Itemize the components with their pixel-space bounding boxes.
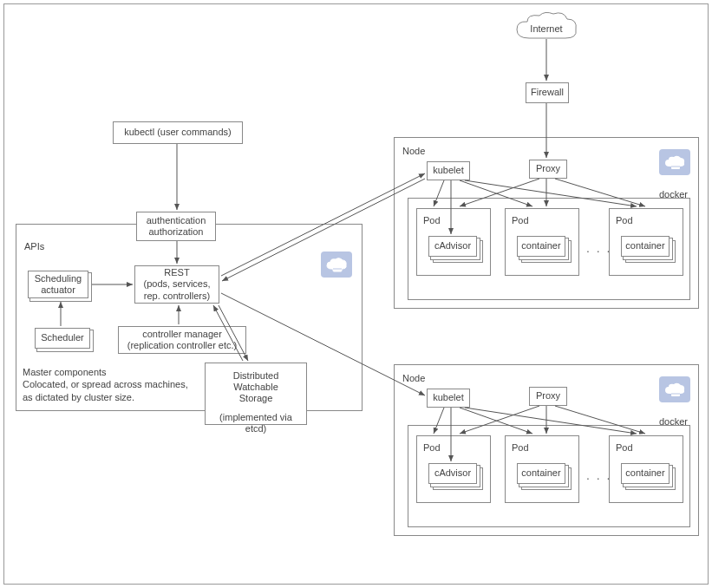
cloud-icon	[321, 252, 352, 278]
apis-label: APIs	[24, 241, 44, 252]
proxy-box-2: Proxy	[529, 387, 567, 406]
node-1-label: Node	[402, 146, 425, 156]
controller-manager-box: controller manager (replication controll…	[118, 326, 246, 354]
container-box-1-2: container	[517, 236, 565, 257]
container-box-1-3: container	[621, 236, 670, 257]
container-box-2-3: container	[621, 463, 670, 484]
internet-label: Internet	[530, 23, 562, 34]
container-box-2-2: container	[517, 463, 565, 484]
cadvisor-box-1: cAdvisor	[428, 236, 477, 257]
rest-box: REST (pods, services, rep. controllers)	[134, 265, 219, 304]
firewall-box: Firewall	[526, 82, 569, 103]
cloud-icon	[659, 149, 690, 175]
internet-cloud: Internet	[512, 9, 581, 49]
cloud-icon	[659, 376, 690, 402]
scheduling-actuator-box: Scheduling actuator	[28, 271, 88, 298]
cadvisor-box-2: cAdvisor	[428, 463, 477, 484]
scheduler-box: Scheduler	[35, 328, 90, 349]
kubelet-box-2: kubelet	[427, 389, 470, 408]
master-note: Master components Colocated, or spread a…	[23, 366, 196, 403]
auth-box: authentication authorization	[136, 212, 216, 241]
proxy-box-1: Proxy	[529, 160, 567, 179]
kubelet-box-1: kubelet	[427, 161, 470, 180]
docker-label-2: docker	[659, 416, 688, 427]
docker-label-1: docker	[659, 189, 688, 199]
kubectl-box: kubectl (user commands)	[113, 121, 243, 144]
node-2-label: Node	[402, 373, 425, 383]
storage-box: Distributed Watchable Storage (implement…	[205, 363, 307, 425]
